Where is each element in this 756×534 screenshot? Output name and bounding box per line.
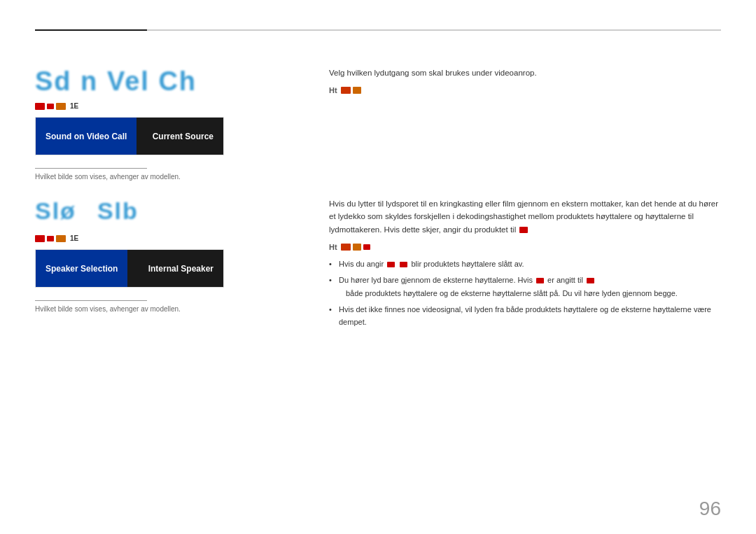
b2-icon [536,278,544,283]
b2-icon2 [587,278,594,283]
section1-note-icons [341,87,361,94]
note-icon2 [353,87,361,94]
b1-icon [387,262,395,267]
section2-menu-bar: Speaker Selection Internal Speaker [35,249,224,288]
s2-icon2 [47,236,54,241]
s2-note-icon1 [341,244,351,251]
s2-note-icon3 [363,244,370,250]
section2-divider [35,300,147,301]
page-number: 96 [699,498,721,520]
section2-note-icons [341,244,370,251]
section2-icons-row: 1E [35,234,294,242]
section1-container: Sd n Vel Ch 1E Sound on Video Call Curre… [35,66,721,183]
section2-note: Hvilket bilde som vises, avhenger av mod… [35,305,294,313]
icon2 [47,104,54,109]
section1-note-row: Ht [329,86,721,94]
section2-left: Slø Slb 1E Speaker Selection Internal Sp… [35,197,315,332]
section1-right: Velg hvilken lydutgang som skal brukes u… [315,66,721,183]
s2-desc-icon [519,227,528,233]
bullet-item-3: Hvis det ikke finnes noe videosignal, vi… [329,304,721,328]
section1-note: Hvilket bilde som vises, avhenger av mod… [35,173,294,181]
section2-ht-row: Ht [329,243,721,251]
section2-bullets: Hvis du angir blir produktets høyttalere… [329,258,721,328]
bullet-item-2: Du hører lyd bare gjennom de eksterne hø… [329,274,721,300]
section2-right: Hvis du lytter til lydsporet til en krin… [315,197,721,332]
section2-title-right: Slb [97,197,139,225]
icon1 [35,103,45,110]
section2-title-left: Slø [35,197,76,225]
note-icon1 [341,87,351,94]
icon3 [56,103,66,110]
section1-icons-row: 1E [35,102,294,110]
section2-container: Slø Slb 1E Speaker Selection Internal Sp… [35,197,721,332]
s2-icon1 [35,235,45,242]
section2-title-row: Slø Slb [35,197,294,230]
sound-on-video-call-label: Sound on Video Call [36,118,136,155]
s2-icon3 [56,235,66,242]
s2-note-icon2 [353,244,361,251]
ht-label-1: Ht [329,86,337,94]
bullet-item-1: Hvis du angir blir produktets høyttalere… [329,258,721,271]
section1-left: Sd n Vel Ch 1E Sound on Video Call Curre… [35,66,315,183]
icon-label: 1E [70,102,78,110]
s2-icon-label: 1E [70,234,78,242]
section2-description: Hvis du lytter til lydsporet til en krin… [329,197,721,236]
section1-title: Sd n Vel Ch [35,66,294,97]
section1-description: Velg hvilken lydutgang som skal brukes u… [329,66,721,79]
b1-icon2 [400,262,407,267]
speaker-selection-label: Speaker Selection [36,250,127,287]
section2-content: Slø Slb 1E Speaker Selection Internal Sp… [35,197,721,332]
internal-speaker-label: Internal Speaker [127,250,223,287]
current-source-label: Current Source [136,118,223,155]
section1-menu-bar: Sound on Video Call Current Source [35,117,224,155]
ht-label-2: Ht [329,243,337,251]
top-rule-accent [35,29,147,31]
section1-divider [35,168,147,169]
